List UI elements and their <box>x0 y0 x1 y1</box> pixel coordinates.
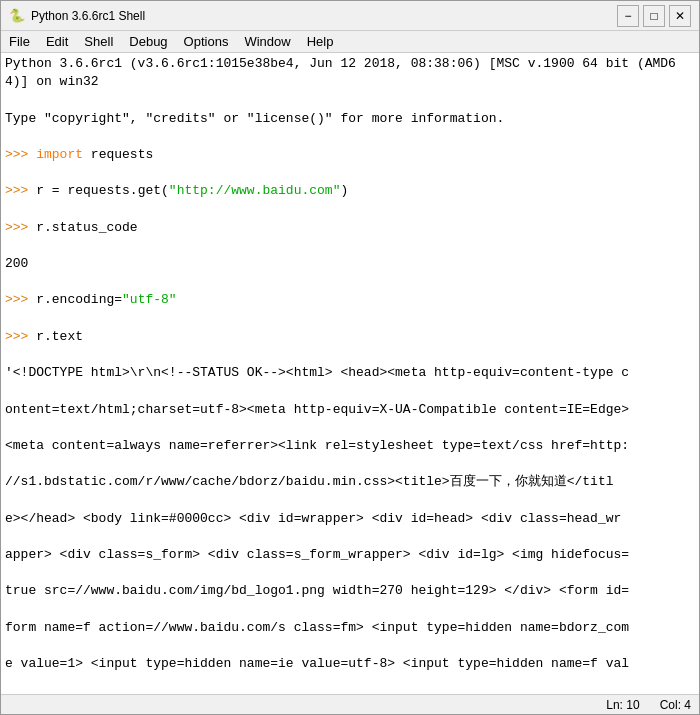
title-bar-left: 🐍 Python 3.6.6rc1 Shell <box>9 8 145 24</box>
menu-window[interactable]: Window <box>236 31 298 52</box>
menu-help[interactable]: Help <box>299 31 342 52</box>
menu-file[interactable]: File <box>1 31 38 52</box>
menu-debug[interactable]: Debug <box>121 31 175 52</box>
window-title: Python 3.6.6rc1 Shell <box>31 9 145 23</box>
window-controls: − □ ✕ <box>617 5 691 27</box>
menu-edit[interactable]: Edit <box>38 31 76 52</box>
menu-shell[interactable]: Shell <box>76 31 121 52</box>
title-bar: 🐍 Python 3.6.6rc1 Shell − □ ✕ <box>1 1 699 31</box>
shell-output[interactable]: Python 3.6.6rc1 (v3.6.6rc1:1015e38be4, J… <box>1 53 699 694</box>
minimize-button[interactable]: − <box>617 5 639 27</box>
menu-bar: File Edit Shell Debug Options Window Hel… <box>1 31 699 53</box>
status-bar: Ln: 10 Col: 4 <box>1 694 699 714</box>
maximize-button[interactable]: □ <box>643 5 665 27</box>
main-window: 🐍 Python 3.6.6rc1 Shell − □ ✕ File Edit … <box>0 0 700 715</box>
app-icon: 🐍 <box>9 8 25 24</box>
col-number: Col: 4 <box>660 698 691 712</box>
line-number: Ln: 10 <box>606 698 639 712</box>
shell-content[interactable]: Python 3.6.6rc1 (v3.6.6rc1:1015e38be4, J… <box>1 53 699 694</box>
close-button[interactable]: ✕ <box>669 5 691 27</box>
menu-options[interactable]: Options <box>176 31 237 52</box>
